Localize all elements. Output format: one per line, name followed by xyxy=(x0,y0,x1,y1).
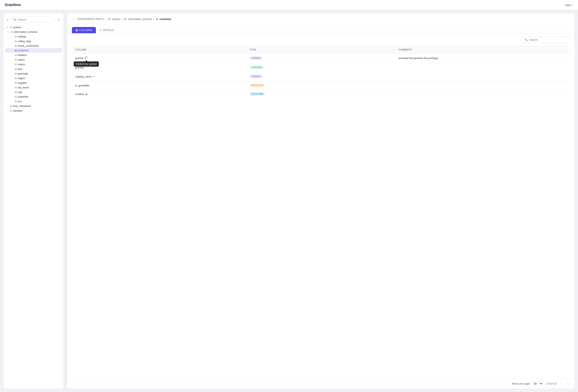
table-header-row: COLUMN TYPE COMMENT xyxy=(72,46,570,53)
sidebar-item-check-constraints[interactable]: ⊞ check_constraints xyxy=(5,44,62,48)
sidebar-item-vnc[interactable]: ⊞ vnc xyxy=(5,99,62,104)
column-resizer[interactable] xyxy=(569,46,570,53)
sidebar-item-label: orders xyxy=(18,63,25,66)
cell-column-name: created_at xyxy=(72,90,246,98)
partition-icon-button[interactable] xyxy=(84,56,88,60)
next-page-button[interactable]: › xyxy=(566,382,570,386)
sidebar-item-system[interactable]: ▾ ⊟ system xyxy=(5,25,62,30)
column-name-text: created_at xyxy=(75,93,88,96)
sidebar-search-input[interactable] xyxy=(18,18,53,21)
sidebar-item-customer[interactable]: ⊞ customer xyxy=(5,48,62,53)
sidebar-item-label: vnc xyxy=(18,100,22,103)
table-row: is_grantable BOOLEAN xyxy=(72,81,570,90)
back-button[interactable]: ← xyxy=(72,17,76,21)
table-icon: ⊞ xyxy=(15,35,17,38)
comment-text: principal that granted the privilege. xyxy=(399,57,439,60)
cell-comment: principal that granted the privilege. xyxy=(395,53,570,63)
cell-column-name: grantee ↕ xyxy=(72,63,246,72)
cell-type: BOOLEAN xyxy=(246,81,395,90)
column-header-comment: COMMENT xyxy=(395,46,570,53)
topnav: Gravitino main ▾ xyxy=(0,0,578,10)
column-name-text: catalog_name xyxy=(75,75,92,78)
breadcrumb-db: information_schema xyxy=(128,17,152,21)
table-row: grantee ↕ INTEGER xyxy=(72,63,570,72)
sidebar-item-hive-metastore[interactable]: › ⊟ hive_metastore xyxy=(5,104,62,108)
sidebar-item-orders[interactable]: ⊞ orders xyxy=(5,62,62,67)
table-icon: ⊞ xyxy=(15,49,17,52)
tab-columns[interactable]: ▦ COLUMNS xyxy=(72,27,96,33)
sidebar-toolbar: ≡ 🔍 ↻ xyxy=(3,17,63,25)
table-icon: ⊞ xyxy=(15,44,17,47)
sidebar-item-label: nation xyxy=(18,58,25,61)
table-search-input[interactable] xyxy=(529,38,567,41)
table-icon: ⊞ xyxy=(15,72,17,75)
sidebar-item-part[interactable]: ⊞ part xyxy=(5,67,62,71)
rows-per-page-control: Rows per page: 10 25 50 100 xyxy=(512,381,543,386)
sidebar-item-samples[interactable]: › ⊟ samples xyxy=(5,108,62,113)
column-header-column: COLUMN xyxy=(72,46,246,53)
columns-table: COLUMN TYPE COMMENT xyxy=(72,46,570,98)
column-name-text: is_grantable xyxy=(75,84,90,87)
sidebar-item-label: catlog_tags xyxy=(18,40,31,43)
env-chevron-icon: ▾ xyxy=(572,4,573,6)
table-icon: ⊞ xyxy=(15,77,17,80)
sidebar-item-region[interactable]: ⊞ region xyxy=(5,76,62,81)
sidebar-item-top-leves[interactable]: ⊞ top_leves xyxy=(5,85,62,90)
table-row: created_at DATETIME xyxy=(72,90,570,98)
sidebar-item-label: part xyxy=(18,67,22,70)
type-badge: STRING xyxy=(249,75,262,78)
sidebar-item-supplier[interactable]: ⊞ supplier xyxy=(5,81,62,85)
db-icon: ⊟ xyxy=(124,17,127,21)
cell-comment xyxy=(395,90,570,98)
table-icon: ⊞ xyxy=(156,17,158,21)
breadcrumb-table: customer xyxy=(160,17,171,21)
table-icon: ⊞ xyxy=(15,67,17,70)
details-tab-label: DETAILS xyxy=(103,29,114,32)
breadcrumb-schema: system xyxy=(112,17,120,21)
sidebar-item-underline[interactable]: ⊞ underline xyxy=(5,94,62,99)
arrow-icon-button[interactable]: ➔ xyxy=(93,75,96,79)
content-panel: ← DATASTRATO-TEST-1 / ⊟ system / ⊟ infor… xyxy=(67,13,575,389)
table-search-icon: 🔍 xyxy=(525,38,528,41)
rows-per-page-label: Rows per page: xyxy=(512,382,530,385)
catalog-icon: ⊟ xyxy=(10,104,12,108)
sidebar-item-udp[interactable]: ⊞ udp xyxy=(5,90,62,94)
details-tab-icon: ⚠ xyxy=(99,29,102,32)
cell-column-name: is_grantable xyxy=(72,81,246,90)
refresh-button[interactable]: ↻ xyxy=(57,17,61,22)
column-name-text: grantee xyxy=(75,66,84,69)
rows-per-page-select[interactable]: 10 25 50 100 xyxy=(531,381,543,386)
sidebar-item-label: supplier xyxy=(18,81,27,84)
table-search-container: 🔍 xyxy=(521,37,570,43)
sidebar-item-label: top_leves xyxy=(18,86,29,89)
breadcrumb: ← DATASTRATO-TEST-1 / ⊟ system / ⊟ infor… xyxy=(67,13,575,25)
tab-details[interactable]: ⚠ DETAILS xyxy=(96,27,117,33)
breadcrumb-sep1: / xyxy=(106,17,107,21)
sidebar-item-lineitem[interactable]: ⊞ lineitem xyxy=(5,53,62,57)
svg-rect-1 xyxy=(87,57,88,58)
table-icon: ⊞ xyxy=(15,58,17,61)
sidebar-item-catlogs[interactable]: ⊞ catlogs xyxy=(5,34,62,39)
partition-icon-wrap: Partition by: grantor xyxy=(84,56,88,60)
sidebar-item-partsupp[interactable]: ⊞ partsupp xyxy=(5,71,62,76)
env-selector[interactable]: main ▾ xyxy=(565,3,573,7)
cell-type: STRING xyxy=(246,53,395,63)
table-area: 🔍 COLUMN xyxy=(67,33,575,379)
breadcrumb-sep2: / xyxy=(122,17,123,21)
table-row: catalog_name ➔ STRING xyxy=(72,72,570,81)
sidebar-item-catlog-tags[interactable]: ⊞ catlog_tags xyxy=(5,39,62,44)
cell-type: INTEGER xyxy=(246,63,395,72)
sidebar-item-label: partsupp xyxy=(18,72,28,75)
sidebar-item-label: samples xyxy=(13,109,23,112)
sidebar-item-label: region xyxy=(18,77,25,80)
page-info: 1-5 of 13 xyxy=(546,382,556,385)
sidebar-item-information-schema[interactable]: ▾ ⊟ information_schema xyxy=(5,30,62,34)
svg-rect-0 xyxy=(85,57,86,59)
sidebar-item-nation[interactable]: ⊞ nation xyxy=(5,57,62,62)
filter-button[interactable]: ≡ xyxy=(6,17,9,22)
sort-icon-button[interactable]: ↕ xyxy=(85,65,87,69)
prev-page-button[interactable]: ‹ xyxy=(559,382,563,386)
sidebar-item-label: information_schema xyxy=(14,30,37,33)
table-icon: ⊞ xyxy=(15,40,17,43)
type-badge: DATETIME xyxy=(249,92,266,96)
